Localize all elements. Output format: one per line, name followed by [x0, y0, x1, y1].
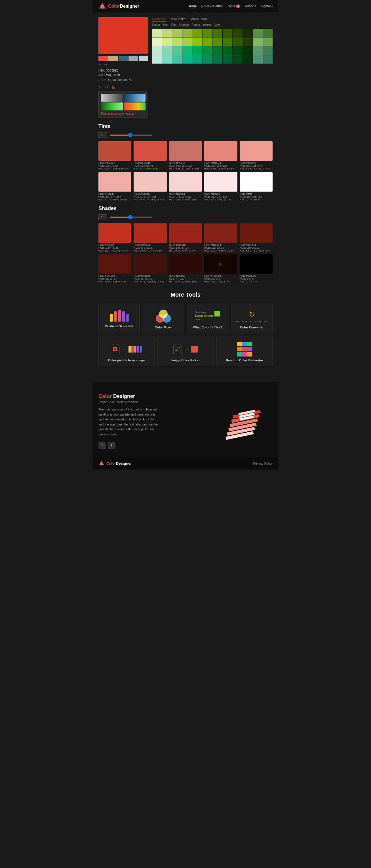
swatch-cell[interactable]	[162, 29, 172, 37]
swatch-cell[interactable]	[212, 37, 223, 46]
swatch-cell[interactable]	[182, 37, 192, 46]
nav-addons[interactable]: Addons	[245, 4, 257, 8]
tab-color-picker[interactable]: Color Picker	[170, 17, 187, 22]
tool-gradient[interactable]: Gradient Generator	[98, 304, 140, 333]
tool-converter[interactable]: ↻ HEX RGB HSL CMYK HSV Color Converter	[231, 304, 273, 333]
swatch-light[interactable]	[139, 56, 148, 61]
swatch-cell[interactable]	[223, 29, 233, 37]
swatch-cell[interactable]	[172, 46, 182, 55]
swatch-cell[interactable]	[243, 46, 253, 55]
tints-slider[interactable]	[110, 134, 152, 136]
filter-yellow[interactable]: Yellow	[203, 23, 211, 26]
swatch-cell[interactable]	[223, 46, 233, 55]
footer-bottom-text: ColorDesigner	[106, 461, 132, 466]
filter-blue[interactable]: Blue	[163, 23, 168, 26]
nav-color-palettes[interactable]: Color Palettes	[201, 4, 223, 8]
swatch-cell[interactable]	[253, 37, 263, 46]
swatch-cell[interactable]	[233, 29, 242, 37]
twitter-icon[interactable]: t	[108, 442, 115, 449]
swatch-cell[interactable]	[192, 55, 202, 64]
swatch-cell[interactable]	[263, 37, 273, 46]
swatch-red[interactable]	[98, 56, 108, 61]
tool-image-picker-label: Image Color Picker	[171, 359, 200, 362]
swatch-cell[interactable]	[212, 29, 223, 37]
swatch-cell[interactable]	[192, 29, 202, 37]
swatch-cell[interactable]	[192, 46, 202, 55]
swatch-cell[interactable]	[172, 29, 182, 37]
filter-row: Green Blue Red Orange Purple Yellow Gray	[152, 23, 273, 26]
swatch-cell[interactable]	[152, 29, 162, 37]
tool-image-picker[interactable]: 🖊 → Image Color Picker	[158, 337, 213, 366]
filter-green[interactable]: Green	[152, 23, 160, 26]
tool-palette-image[interactable]: 🖼 → Color palette from image	[98, 337, 155, 366]
swatch-cell[interactable]	[253, 55, 263, 64]
swatch-cell[interactable]	[212, 46, 223, 55]
nav-tools[interactable]: Tools 8	[227, 4, 240, 8]
swatch-cell[interactable]	[182, 55, 192, 64]
swatch-cell[interactable]	[152, 37, 162, 46]
swatch-cell[interactable]	[223, 55, 233, 64]
filter-purple[interactable]: Purple	[192, 23, 200, 26]
swatch-cell[interactable]	[152, 55, 162, 64]
undo-icon[interactable]: ↩	[98, 62, 102, 67]
swatch-cell[interactable]	[172, 37, 182, 46]
color-preview[interactable]	[98, 17, 148, 54]
palette-item-4[interactable]	[124, 102, 145, 111]
swatch-cell[interactable]	[212, 55, 223, 64]
swatch-cell[interactable]	[233, 37, 242, 46]
refresh-icon[interactable]: ↻	[98, 85, 102, 89]
tool-mixer[interactable]: Color Mixer	[143, 304, 184, 333]
swatch-cell[interactable]	[233, 55, 242, 64]
swatch-cell[interactable]	[152, 46, 162, 55]
tool-random-color[interactable]: Random Color Generator	[216, 337, 273, 366]
tool-whatcolor[interactable]: ColorName Lawn Green name What Color Is …	[187, 304, 228, 333]
tints-section: Tints 10 HEX: #c04937 RGB: 196, 73, 55 H…	[98, 123, 273, 201]
swatch-cell[interactable]	[203, 37, 212, 46]
swatch-cell[interactable]	[162, 46, 172, 55]
swatch-cell[interactable]	[192, 37, 202, 46]
nav-home[interactable]: Home	[188, 4, 197, 8]
grid-icon[interactable]: ⊞	[112, 85, 115, 89]
swatch-cell[interactable]	[203, 55, 212, 64]
popup-close-icon[interactable]: ✕	[143, 92, 146, 96]
swatch-cell[interactable]	[243, 55, 253, 64]
privacy-policy-link[interactable]: Privacy Policy	[253, 462, 273, 465]
swatch-cell[interactable]	[253, 29, 263, 37]
palette-item-3[interactable]	[101, 102, 123, 111]
starter-palette-link[interactable]: Find a starter color palette →	[101, 112, 145, 115]
filter-red[interactable]: Red	[171, 23, 176, 26]
filter-gray[interactable]: Gray	[213, 23, 220, 26]
swatch-cell[interactable]	[182, 29, 192, 37]
swatch-cell[interactable]	[162, 37, 172, 46]
swatch-cell[interactable]	[263, 29, 273, 37]
swatch-cell[interactable]	[243, 37, 253, 46]
shades-slider[interactable]	[110, 217, 152, 218]
palette-item-1[interactable]	[101, 94, 123, 102]
swatch-cell[interactable]	[203, 29, 212, 37]
swatch-cell[interactable]	[203, 46, 212, 55]
swatch-cell[interactable]	[243, 29, 253, 37]
swatch-cell[interactable]	[162, 55, 172, 64]
redo-icon[interactable]: ↪	[104, 62, 107, 67]
swatch-cell[interactable]	[263, 55, 273, 64]
swatch-cell[interactable]	[182, 46, 192, 55]
palette-item-2[interactable]	[124, 94, 145, 102]
swatch-tan[interactable]	[108, 56, 118, 61]
swatch-cell[interactable]	[253, 46, 263, 55]
swatch-cell[interactable]	[263, 46, 273, 55]
tint-card-1: HEX: #c04937 RGB: 196, 73, 55 HSL: 6.39,…	[98, 142, 131, 170]
swatch-cell[interactable]	[172, 55, 182, 64]
footer-logo-icon	[98, 460, 105, 467]
image-picker-icon: 🖊 →	[173, 343, 198, 356]
copy-icon[interactable]: ⟳	[105, 85, 109, 89]
facebook-icon[interactable]: f	[98, 442, 106, 449]
nav-contact[interactable]: Contact	[261, 4, 273, 8]
swatch-cell[interactable]	[233, 46, 242, 55]
tab-swatches[interactable]: Swatches	[152, 17, 166, 22]
swatch-cell[interactable]	[223, 37, 233, 46]
swatch-gray[interactable]	[129, 56, 138, 61]
tab-mass-editor[interactable]: Mass Editor	[191, 17, 207, 22]
swatch-teal[interactable]	[119, 56, 128, 61]
logo[interactable]: ColorDesigner	[98, 2, 139, 10]
filter-orange[interactable]: Orange	[179, 23, 189, 26]
